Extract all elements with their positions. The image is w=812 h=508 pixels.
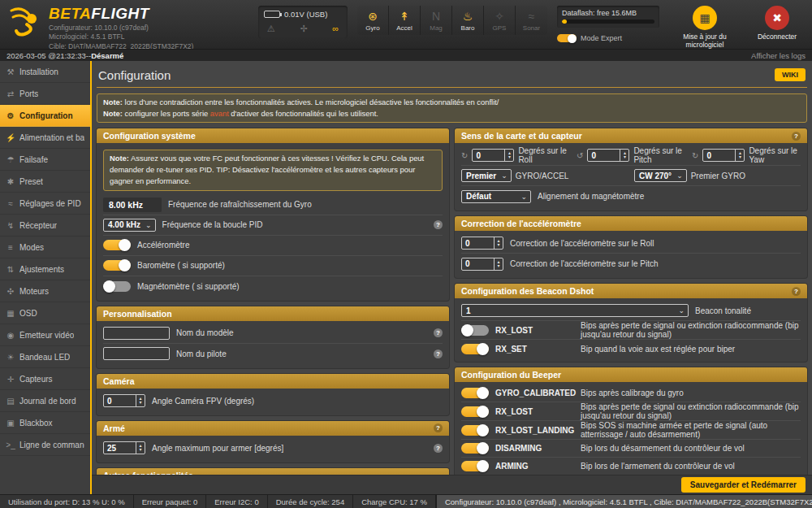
camera-angle-label: Angle Caméra FPV (degrés) <box>152 397 254 406</box>
max-arm-angle-stepper[interactable]: 25▴▾ <box>103 441 145 454</box>
sidebar-item-configuration[interactable]: ⚙Configuration <box>0 105 90 127</box>
sensor-accel: ↟ Accel <box>389 6 421 35</box>
sidebar-item-preset[interactable]: ✱Preset <box>0 171 90 193</box>
wiki-button[interactable]: WIKI <box>775 68 806 81</box>
save-reboot-button[interactable]: Sauvegarder et Redémarrer <box>681 477 806 493</box>
show-logs-link[interactable]: Afficher les logs <box>751 51 806 60</box>
section-board-alignment: Sens de la carte et du capteur? ↻ 0▴▾ De… <box>455 128 807 211</box>
pitch-degrees-stepper[interactable]: 0▴▾ <box>587 149 629 162</box>
warning-icon: ⚠ <box>267 24 275 34</box>
main-content: Configuration WIKI Note: lors d'une cont… <box>92 61 812 475</box>
help-icon[interactable]: ? <box>434 220 443 229</box>
yaw-degrees-stepper[interactable]: 0▴▾ <box>702 149 745 162</box>
sidebar-item-failsafe[interactable]: ☂Failsafe <box>0 149 90 171</box>
max-arm-angle-label: Angle maximum pour armer [degrés] <box>152 444 283 453</box>
help-icon[interactable]: ? <box>434 423 443 432</box>
first-gyro-select[interactable]: CW 270°⌄ <box>634 169 687 182</box>
mag-alignment-select[interactable]: Défaut⌄ <box>461 190 531 203</box>
sidebar-item-adjustments[interactable]: ⇅Ajustements <box>0 258 90 280</box>
sidebar-item-logbook[interactable]: ▤Journal de bord <box>0 390 90 412</box>
chip-icon: ▦ <box>699 11 710 24</box>
dataflash-progress <box>562 20 654 24</box>
roll-degrees-stepper[interactable]: 0▴▾ <box>472 149 514 162</box>
sidebar-item-blackbox[interactable]: ▣Blackbox <box>0 412 90 434</box>
sensor-gps: ✧ GPS <box>484 6 516 35</box>
sliders-icon: ⇅ <box>6 265 15 274</box>
sidebar-item-led-strip[interactable]: ☀Bandeau LED <box>0 346 90 368</box>
i2c-error: Erreur I2C: 0 <box>206 495 267 508</box>
section-personalization: Personnalisation Nom du modèle ? Nom du … <box>97 306 449 368</box>
beeper-rx-lost-toggle[interactable] <box>461 406 489 417</box>
logo-block: BETAFLIGHT Configurateur: 10.10.0 (c97de… <box>0 0 193 51</box>
help-icon[interactable]: ? <box>434 328 443 337</box>
beacon-tone-select[interactable]: 1⌄ <box>461 304 689 317</box>
quad-icon: ✢ <box>300 24 307 34</box>
disconnect-label: Déconnecter <box>750 33 804 41</box>
accelerometer-toggle[interactable] <box>103 240 131 250</box>
battery-panel: 0.01V (USB) ⚠ ✢ ∞ <box>258 6 348 38</box>
camera-angle-stepper[interactable]: 0▴▾ <box>103 394 145 407</box>
help-icon[interactable]: ? <box>434 444 443 453</box>
sidebar-item-motors[interactable]: ✣Moteurs <box>0 280 90 302</box>
acc-trim-pitch-stepper[interactable]: 0▴▾ <box>461 258 503 271</box>
section-camera: Caméra 0▴▾ Angle Caméra FPV (degrés) <box>97 374 449 415</box>
expert-mode-toggle[interactable] <box>557 34 577 42</box>
app-header: BETAFLIGHT Configurateur: 10.10.0 (c97de… <box>0 0 812 49</box>
pid-loop-frequency-select[interactable]: 4.00 kHz⌄ <box>103 219 156 232</box>
beeper-row-rx-lost-landing: RX_LOST_LANDINGBips SOS si machine armée… <box>461 421 801 440</box>
sidebar-item-modes[interactable]: ≡Modes <box>0 237 90 258</box>
baro-icon: ♨ <box>452 10 483 23</box>
firmware-flasher-button[interactable]: ▦ <box>693 6 717 30</box>
status-bar: Utilisation du port: D: 13 % U: 0 % Erre… <box>0 494 812 508</box>
disconnect-button[interactable]: ✖ <box>765 6 789 30</box>
modes-icon: ≡ <box>6 243 15 252</box>
system-note: Note: Assurez vous que votre FC peut fon… <box>103 150 443 190</box>
beeper-gyro-calibrated-toggle[interactable] <box>461 388 489 398</box>
help-icon[interactable]: ? <box>434 350 443 358</box>
barometer-toggle[interactable] <box>103 260 131 271</box>
sidebar-item-pid-tuning[interactable]: ≈Réglages de PID <box>0 193 90 215</box>
acc-trim-roll-label: Correction de l'accéléromètre sur le Rol… <box>510 239 654 248</box>
beeper-disarming-toggle[interactable] <box>461 443 489 454</box>
sidebar-item-ports[interactable]: ⇄Ports <box>0 83 90 105</box>
gyro-accel-select[interactable]: Premier⌄ <box>461 169 512 182</box>
chevron-down-icon: ⌄ <box>678 306 685 315</box>
sensors-icon: ✛ <box>6 375 15 384</box>
chevron-down-icon: ⌄ <box>501 172 508 180</box>
sidebar-item-receiver[interactable]: ↯Récepteur <box>0 215 90 237</box>
help-icon[interactable]: ? <box>792 287 801 296</box>
pilot-name-label: Nom du pilote <box>176 350 227 358</box>
model-name-input[interactable] <box>103 327 170 340</box>
sensor-baro: ♨ Baro <box>452 6 484 35</box>
port-usage: Utilisation du port: D: 13 % U: 0 % <box>0 495 134 508</box>
arm-state: Désarmé <box>91 51 123 60</box>
magnetometer-toggle[interactable] <box>103 281 131 292</box>
battery-icon <box>264 11 280 18</box>
sidebar-item-power-battery[interactable]: ⚡Alimentation et batterie <box>0 127 90 149</box>
disconnect: ✖ Déconnecter <box>750 6 804 41</box>
sidebar-item-vtx[interactable]: ◉Émetteur vidéo <box>0 324 90 346</box>
section-other-features: Autres fonctionnalités Note: toutes les … <box>97 468 449 475</box>
pilot-name-input[interactable] <box>103 347 170 360</box>
beacon-rx-set-toggle[interactable] <box>461 344 489 354</box>
section-arming: Armé? 25▴▾ Angle maximum pour armer [deg… <box>97 421 449 462</box>
gyro-frequency-field: 8.00 kHz <box>103 198 162 212</box>
beeper-row-gyro-calibrated: GYRO_CALIBRATEDBips après calibrage du g… <box>461 384 801 402</box>
beacon-rx-lost-toggle[interactable] <box>461 325 489 336</box>
sidebar-item-cli[interactable]: >_Ligne de commande (CLI) <box>0 434 90 456</box>
section-system-configuration: Configuration système Note: Assurez vous… <box>97 128 449 300</box>
blackbox-icon: ▣ <box>6 419 15 428</box>
beeper-row-arming: ARMINGBip lors de l'armement du contrôle… <box>461 458 801 475</box>
model-name-label: Nom du modèle <box>176 328 234 337</box>
beeper-arming-toggle[interactable] <box>461 461 489 471</box>
beeper-rx-lost-landing-toggle[interactable] <box>461 425 489 436</box>
sidebar-item-osd[interactable]: ▦OSD <box>0 302 90 324</box>
sonar-icon: ≈ <box>516 10 547 23</box>
sidebar-item-installation[interactable]: ⚒Installation <box>0 61 90 83</box>
acc-trim-roll-stepper[interactable]: 0▴▾ <box>461 237 503 250</box>
page-title: Configuration <box>98 68 806 82</box>
sidebar-item-sensors[interactable]: ✛Capteurs <box>0 368 90 390</box>
help-icon[interactable]: ? <box>792 132 801 141</box>
sensor-gyro: ⊛ Gyro <box>357 6 389 35</box>
preset-icon: ✱ <box>6 177 15 186</box>
